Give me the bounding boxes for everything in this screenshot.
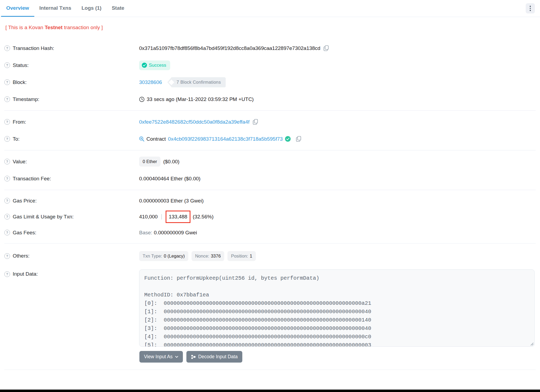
help-icon[interactable]: ?	[4, 62, 10, 68]
position-badge: Position: 1	[227, 251, 256, 261]
resize-handle-icon[interactable]	[530, 342, 534, 346]
help-icon[interactable]: ?	[4, 119, 10, 125]
transaction-fee-value: 0.000400464 Ether ($0.00)	[139, 176, 200, 182]
value-label: Value:	[13, 159, 27, 165]
txn-type-badge: Txn Type: 0 (Legacy)	[139, 251, 188, 261]
transaction-fee-label-wrap: ? Transaction Fee:	[4, 176, 139, 182]
input-data-line: [1]: 00000000000000000000000000000000000…	[144, 307, 529, 316]
block-number-link[interactable]: 30328606	[139, 79, 162, 85]
others-label-wrap: ? Others:	[4, 253, 139, 259]
gas-price-label: Gas Price:	[13, 198, 37, 204]
window-edge	[0, 390, 540, 392]
kebab-dots-icon	[530, 10, 531, 11]
transaction-hash-value: 0x371a51097fb78df856f8b4a7bd459f192d8cc8…	[139, 45, 320, 51]
bottom-divider	[4, 370, 536, 370]
ether-value-text: 0 Ether	[143, 159, 157, 164]
to-kind: Contract	[146, 136, 166, 142]
from-label-wrap: ? From:	[4, 119, 139, 125]
section-divider	[4, 243, 536, 244]
view-input-as-label: View Input As	[144, 354, 173, 360]
decode-icon	[191, 354, 196, 359]
copy-to-address-button[interactable]	[296, 136, 302, 142]
help-icon[interactable]: ?	[4, 176, 10, 181]
row-block: ? Block: 30328606 7 Block Confirmations	[0, 74, 540, 91]
gas-used-percent: (32.56%)	[193, 214, 213, 220]
status-text: Success	[149, 63, 166, 68]
input-data-line: [3]: 00000000000000000000000000000000000…	[144, 324, 529, 333]
magnifier-plus-icon[interactable]	[139, 136, 144, 141]
copy-icon	[253, 119, 258, 125]
help-icon[interactable]: ?	[4, 253, 10, 259]
annotation-highlight-box: 133,488	[166, 211, 191, 223]
help-icon[interactable]: ?	[4, 96, 10, 102]
notice-prefix: [ This is a Kovan	[5, 25, 45, 30]
base-fee-label: Base:	[139, 230, 152, 236]
input-data-actions: View Input As Decode Input Data	[0, 347, 540, 369]
help-icon[interactable]: ?	[4, 45, 10, 51]
help-icon[interactable]: ?	[4, 136, 10, 142]
notice-bold: Testnet	[45, 25, 62, 30]
tab-internal-txns[interactable]: Internal Txns	[34, 0, 76, 17]
timestamp-label-wrap: ? Timestamp:	[4, 96, 139, 102]
section-divider	[4, 110, 536, 111]
help-icon[interactable]: ?	[4, 159, 10, 164]
to-address-link[interactable]: 0x4cb093f226983713164a62138c3f718a5b595f…	[168, 136, 283, 142]
help-icon[interactable]: ?	[4, 230, 10, 235]
kebab-dots-icon	[530, 8, 531, 9]
input-data-line	[144, 282, 529, 291]
others-label: Others:	[13, 253, 29, 259]
tab-state[interactable]: State	[107, 0, 129, 17]
timestamp-label: Timestamp:	[13, 96, 39, 102]
row-others: ? Others: Txn Type: 0 (Legacy) Nonce: 33…	[0, 246, 540, 266]
notice-suffix: transaction only ]	[63, 25, 103, 30]
gas-limit-label: Gas Limit & Usage by Txn:	[13, 214, 74, 220]
copy-hash-button[interactable]	[323, 45, 329, 51]
decode-input-data-button[interactable]: Decode Input Data	[186, 351, 242, 363]
nonce-name: Nonce:	[195, 254, 209, 259]
nonce-value: 3376	[211, 254, 221, 259]
timestamp-value: 33 secs ago (Mar-11-2022 03:59:32 PM +UT…	[147, 96, 254, 102]
position-name: Position:	[231, 254, 248, 259]
gas-fees-label: Gas Fees:	[13, 230, 36, 236]
gas-limit-value: 410,000	[139, 214, 158, 220]
row-transaction-hash: ? Transaction Hash: 0x371a51097fb78df856…	[0, 40, 540, 57]
usd-value-text: ($0.00)	[163, 159, 179, 165]
verified-check-icon	[285, 136, 291, 142]
row-transaction-fee: ? Transaction Fee: 0.000400464 Ether ($0…	[0, 170, 540, 187]
value-label-wrap: ? Value:	[4, 159, 139, 165]
block-label-wrap: ? Block:	[4, 79, 139, 85]
row-gas-price: ? Gas Price: 0.000000003 Ether (3 Gwei)	[0, 193, 540, 209]
block-confirmations-badge: 7 Block Confirmations	[167, 77, 226, 87]
tab-overview[interactable]: Overview	[1, 0, 34, 17]
copy-from-address-button[interactable]	[252, 119, 259, 125]
help-icon[interactable]: ?	[4, 79, 10, 85]
gas-fees-label-wrap: ? Gas Fees:	[4, 230, 139, 236]
status-label: Status:	[13, 62, 29, 68]
position-value: 1	[250, 254, 252, 259]
gas-limit-label-wrap: ? Gas Limit & Usage by Txn:	[4, 214, 139, 220]
row-to: ? To: Contract 0x4cb093f226983713164a621…	[0, 130, 540, 147]
testnet-notice: [ This is a Kovan Testnet transaction on…	[0, 17, 540, 38]
section-divider	[4, 150, 536, 150]
input-data-label-wrap: ? Input Data:	[4, 266, 139, 277]
ether-value-badge: 0 Ether	[139, 157, 160, 167]
transaction-hash-label: Transaction Hash:	[13, 45, 54, 51]
copy-icon	[296, 136, 301, 142]
from-label: From:	[13, 119, 26, 125]
block-label: Block:	[13, 79, 27, 85]
txn-type-value: 0 (Legacy)	[164, 254, 185, 259]
input-data-textarea[interactable]: Function: performUpkeep(uint256 id, byte…	[139, 269, 535, 347]
section-divider	[4, 190, 536, 190]
view-input-as-button[interactable]: View Input As	[139, 351, 183, 363]
from-address-link[interactable]: 0xfee7522e8482682cf50ddc50a0f8da2a39effa…	[139, 119, 250, 125]
help-icon[interactable]: ?	[4, 271, 10, 277]
row-timestamp: ? Timestamp: 33 secs ago (Mar-11-2022 03…	[0, 91, 540, 108]
kebab-menu-button[interactable]	[526, 3, 535, 13]
input-data-line: [4]: 00000000000000000000000000000000000…	[144, 333, 529, 341]
tab-logs[interactable]: Logs (1)	[76, 0, 107, 17]
help-icon[interactable]: ?	[4, 198, 10, 204]
input-data-label: Input Data:	[13, 271, 38, 277]
help-icon[interactable]: ?	[4, 214, 10, 219]
overview-content: ? Transaction Hash: 0x371a51097fb78df856…	[0, 38, 540, 370]
gas-price-value: 0.000000003 Ether (3 Gwei)	[139, 198, 204, 204]
